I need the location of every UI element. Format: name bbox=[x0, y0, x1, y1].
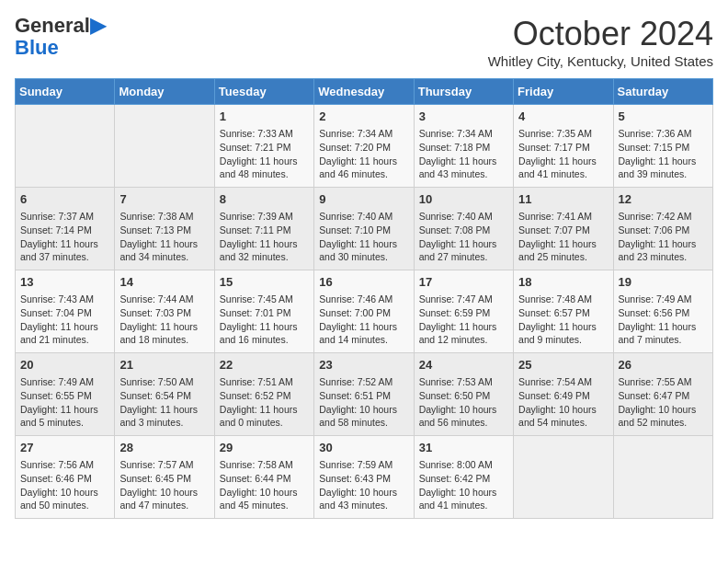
day-info-line: and 47 minutes. bbox=[119, 499, 209, 512]
day-number: 14 bbox=[119, 274, 209, 291]
day-info-line: Sunrise: 7:59 AM bbox=[319, 458, 408, 472]
day-info-line: Sunrise: 7:44 AM bbox=[119, 293, 209, 306]
day-info-line: and 18 minutes. bbox=[119, 333, 209, 347]
calendar-cell: 27Sunrise: 7:56 AMSunset: 6:46 PMDayligh… bbox=[16, 436, 115, 519]
day-info-line: Daylight: 11 hours bbox=[419, 237, 508, 251]
day-info-line: Sunset: 7:07 PM bbox=[518, 224, 608, 237]
day-info-line: Daylight: 11 hours bbox=[119, 320, 209, 334]
day-info-line: and 41 minutes. bbox=[518, 167, 608, 181]
day-info-line: Sunset: 7:08 PM bbox=[419, 224, 508, 237]
day-info-line: Daylight: 11 hours bbox=[20, 320, 109, 334]
day-info-line: and 39 minutes. bbox=[619, 167, 708, 181]
day-info-line: Daylight: 11 hours bbox=[619, 237, 708, 251]
day-info-line: Sunset: 6:54 PM bbox=[119, 389, 209, 403]
day-info-line: Daylight: 11 hours bbox=[319, 237, 408, 251]
day-info-line: and 32 minutes. bbox=[220, 250, 309, 264]
logo-text: General▶ Blue bbox=[15, 15, 106, 59]
calendar-cell: 24Sunrise: 7:53 AMSunset: 6:50 PMDayligh… bbox=[414, 353, 513, 436]
calendar-cell: 15Sunrise: 7:45 AMSunset: 7:01 PMDayligh… bbox=[214, 270, 313, 353]
day-header-thursday: Thursday bbox=[414, 79, 513, 105]
calendar-cell: 11Sunrise: 7:41 AMSunset: 7:07 PMDayligh… bbox=[514, 188, 613, 270]
day-header-friday: Friday bbox=[514, 79, 613, 105]
day-info-line: Sunrise: 7:34 AM bbox=[419, 127, 508, 141]
day-number: 31 bbox=[419, 440, 508, 456]
day-info-line: Daylight: 11 hours bbox=[220, 155, 309, 168]
calendar-cell bbox=[16, 105, 115, 188]
day-info-line: Sunset: 7:15 PM bbox=[619, 141, 708, 155]
day-number: 25 bbox=[518, 357, 608, 373]
day-info-line: and 21 minutes. bbox=[20, 333, 109, 347]
day-info-line: Daylight: 10 hours bbox=[619, 403, 708, 417]
day-info-line: Daylight: 11 hours bbox=[319, 320, 408, 334]
day-info-line: Sunset: 6:59 PM bbox=[419, 306, 508, 320]
day-number: 17 bbox=[419, 274, 508, 291]
day-info-line: Daylight: 11 hours bbox=[20, 237, 109, 251]
day-number: 18 bbox=[518, 274, 608, 291]
day-info-line: and 56 minutes. bbox=[419, 416, 508, 430]
day-info-line: Sunset: 6:44 PM bbox=[220, 472, 309, 486]
day-info-line: Sunset: 7:20 PM bbox=[319, 141, 408, 155]
month-title: October 2024 bbox=[488, 15, 713, 53]
day-number: 6 bbox=[20, 191, 109, 208]
day-info-line: Sunset: 6:52 PM bbox=[220, 389, 309, 403]
day-header-wednesday: Wednesday bbox=[314, 79, 414, 105]
day-info-line: Sunset: 7:18 PM bbox=[419, 141, 508, 155]
day-number: 24 bbox=[419, 357, 508, 373]
day-info-line: Sunrise: 7:38 AM bbox=[119, 210, 209, 224]
day-number: 3 bbox=[419, 109, 508, 125]
day-info-line: Daylight: 10 hours bbox=[319, 403, 408, 417]
page-header: General▶ Blue October 2024 Whitley City,… bbox=[15, 15, 713, 69]
day-info-line: and 48 minutes. bbox=[220, 167, 309, 181]
calendar-week-3: 13Sunrise: 7:43 AMSunset: 7:04 PMDayligh… bbox=[16, 270, 713, 353]
day-info-line: and 12 minutes. bbox=[419, 333, 508, 347]
calendar-cell: 5Sunrise: 7:36 AMSunset: 7:15 PMDaylight… bbox=[613, 105, 712, 188]
day-info-line: Sunset: 6:42 PM bbox=[419, 472, 508, 486]
day-info-line: Sunrise: 7:47 AM bbox=[419, 293, 508, 306]
day-info-line: Sunset: 7:00 PM bbox=[319, 306, 408, 320]
day-info-line: and 58 minutes. bbox=[319, 416, 408, 430]
day-info-line: Sunset: 6:45 PM bbox=[119, 472, 209, 486]
day-info-line: Sunrise: 7:46 AM bbox=[319, 293, 408, 306]
day-info-line: and 52 minutes. bbox=[619, 416, 708, 430]
day-info-line: Daylight: 11 hours bbox=[619, 155, 708, 168]
day-info-line: Sunset: 7:13 PM bbox=[119, 224, 209, 237]
day-info-line: Daylight: 11 hours bbox=[220, 320, 309, 334]
day-info-line: Sunset: 6:46 PM bbox=[20, 472, 109, 486]
day-number: 9 bbox=[319, 191, 408, 208]
day-number: 7 bbox=[119, 191, 209, 208]
day-number: 2 bbox=[319, 109, 408, 125]
day-info-line: and 37 minutes. bbox=[20, 250, 109, 264]
day-info-line: Daylight: 11 hours bbox=[419, 155, 508, 168]
calendar-cell: 9Sunrise: 7:40 AMSunset: 7:10 PMDaylight… bbox=[314, 188, 414, 270]
day-info-line: Daylight: 10 hours bbox=[119, 486, 209, 500]
day-number: 5 bbox=[619, 109, 708, 125]
day-info-line: Sunset: 7:21 PM bbox=[220, 141, 309, 155]
day-info-line: Sunset: 7:10 PM bbox=[319, 224, 408, 237]
day-number: 12 bbox=[619, 191, 708, 208]
day-info-line: Sunrise: 7:41 AM bbox=[518, 210, 608, 224]
day-info-line: Daylight: 11 hours bbox=[518, 155, 608, 168]
day-info-line: and 0 minutes. bbox=[220, 416, 309, 430]
day-info-line: and 9 minutes. bbox=[518, 333, 608, 347]
day-number: 23 bbox=[319, 357, 408, 373]
day-info-line: Sunset: 7:03 PM bbox=[119, 306, 209, 320]
location: Whitley City, Kentucky, United States bbox=[488, 53, 713, 69]
calendar-cell: 26Sunrise: 7:55 AMSunset: 6:47 PMDayligh… bbox=[613, 353, 712, 436]
day-info-line: and 41 minutes. bbox=[419, 499, 508, 512]
day-info-line: Sunrise: 7:43 AM bbox=[20, 293, 109, 306]
day-info-line: Sunset: 6:43 PM bbox=[319, 472, 408, 486]
calendar-week-5: 27Sunrise: 7:56 AMSunset: 6:46 PMDayligh… bbox=[16, 436, 713, 519]
day-info-line: Sunset: 6:56 PM bbox=[619, 306, 708, 320]
calendar-cell: 14Sunrise: 7:44 AMSunset: 7:03 PMDayligh… bbox=[115, 270, 214, 353]
calendar-cell: 18Sunrise: 7:48 AMSunset: 6:57 PMDayligh… bbox=[514, 270, 613, 353]
calendar-table: SundayMondayTuesdayWednesdayThursdayFrid… bbox=[15, 78, 713, 519]
calendar-cell: 3Sunrise: 7:34 AMSunset: 7:18 PMDaylight… bbox=[414, 105, 513, 188]
day-info-line: Sunset: 6:50 PM bbox=[419, 389, 508, 403]
day-header-tuesday: Tuesday bbox=[214, 79, 313, 105]
calendar-cell bbox=[115, 105, 214, 188]
day-info-line: Sunset: 7:06 PM bbox=[619, 224, 708, 237]
day-info-line: Daylight: 11 hours bbox=[518, 237, 608, 251]
calendar-cell: 7Sunrise: 7:38 AMSunset: 7:13 PMDaylight… bbox=[115, 188, 214, 270]
calendar-cell: 29Sunrise: 7:58 AMSunset: 6:44 PMDayligh… bbox=[214, 436, 313, 519]
day-info-line: Daylight: 10 hours bbox=[419, 486, 508, 500]
